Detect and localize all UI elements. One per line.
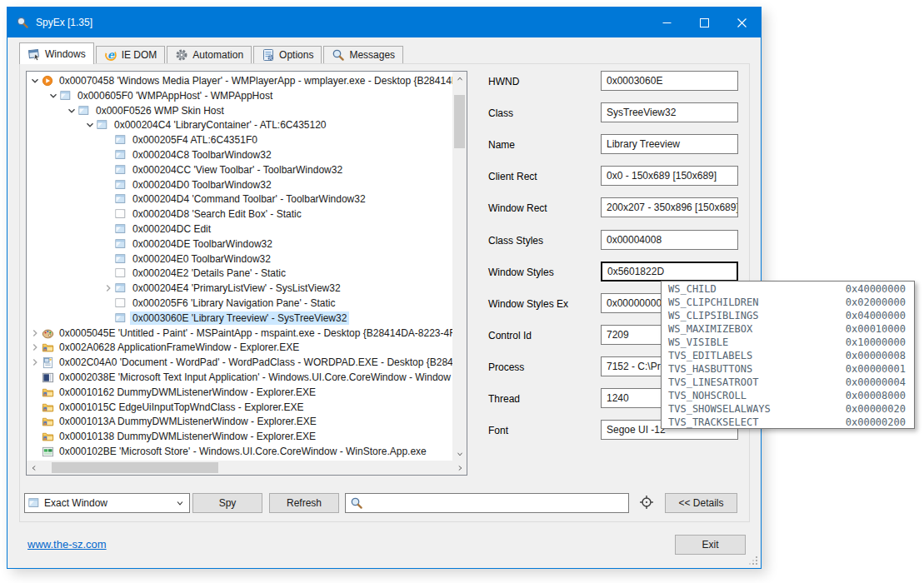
tree-item[interactable]: 0x000204E2 'Details Pane' - Static bbox=[102, 266, 288, 281]
tree-item-label: 0x000205F6 'Library Navigation Pane' - S… bbox=[130, 296, 337, 310]
tab-ie-dom[interactable]: eIE DOM bbox=[96, 46, 166, 64]
tab-automation[interactable]: Automation bbox=[167, 46, 252, 64]
tree-item[interactable]: 0x002A0628 ApplicationFrameWindow - Expl… bbox=[28, 340, 302, 355]
folder-icon bbox=[42, 431, 57, 443]
window-finder-tool[interactable] bbox=[638, 495, 655, 511]
expander-closed-icon[interactable] bbox=[28, 341, 42, 353]
tree-item-label: 0x0001015C EdgeUiInputTopWndClass - Expl… bbox=[57, 401, 307, 414]
tab-label: Automation bbox=[192, 49, 243, 61]
window-tree[interactable]: 0x00070458 'Windows Media Player' - WMPl… bbox=[26, 71, 467, 476]
tab-options[interactable]: Options bbox=[253, 46, 322, 64]
tree-vertical-scrollbar[interactable] bbox=[452, 72, 467, 461]
hscroll-thumb[interactable] bbox=[52, 462, 218, 473]
style-flag-value: 0x00000200 bbox=[846, 416, 906, 429]
class-styles-field[interactable]: 0x00004008 bbox=[601, 230, 738, 250]
window-icon bbox=[60, 90, 75, 102]
tree-item[interactable]: 0x000204CC 'View Toolbar' - ToolbarWindo… bbox=[102, 162, 345, 177]
resize-grip-icon[interactable] bbox=[748, 556, 758, 566]
expander-open-icon[interactable] bbox=[28, 75, 42, 87]
tree-item[interactable]: 0x000205F6 'Library Navigation Pane' - S… bbox=[102, 296, 337, 311]
window-icon bbox=[115, 282, 130, 294]
style-flag-name: TVS_NOHSCROLL bbox=[668, 389, 846, 402]
tree-item[interactable]: 0x0002038E 'Microsoft Text Input Applica… bbox=[28, 370, 452, 385]
scroll-down-icon[interactable] bbox=[452, 446, 467, 461]
crosshair-icon bbox=[639, 495, 654, 512]
tree-item-label: 0x000204D8 'Search Edit Box' - Static bbox=[130, 207, 304, 221]
tree-item-label: 0x0003060E 'Library Treeview' - SysTreeV… bbox=[130, 311, 349, 325]
spy-button[interactable]: Spy bbox=[192, 493, 262, 513]
tree-item[interactable]: 0x000205F4 ATL:6C4351F0 bbox=[102, 132, 260, 147]
expander-open-icon[interactable] bbox=[65, 105, 78, 117]
title-bar[interactable]: SpyEx [1.35] bbox=[7, 7, 761, 37]
tree-item-label: 0x000605F0 'WMPAppHost' - WMPAppHost bbox=[75, 89, 275, 102]
tree-horizontal-scrollbar[interactable] bbox=[27, 461, 467, 475]
tree-item[interactable]: 0x000204D8 'Search Edit Box' - Static bbox=[102, 207, 304, 222]
scroll-left-icon[interactable] bbox=[27, 461, 41, 475]
caption-buttons bbox=[648, 7, 761, 37]
search-icon bbox=[350, 496, 363, 510]
tab-windows[interactable]: Windows bbox=[19, 42, 94, 64]
tree-item[interactable]: 0x0001015C EdgeUiInputTopWndClass - Expl… bbox=[28, 400, 307, 415]
style-flag-name: TVS_TRACKSELECT bbox=[668, 416, 846, 429]
tree-item[interactable]: 0x000204E0 ToolbarWindow32 bbox=[102, 252, 273, 267]
tree-item[interactable]: 0x000605F0 'WMPAppHost' - WMPAppHost bbox=[47, 88, 275, 103]
tree-item[interactable]: 0x00010162 DummyDWMListenerWindow - Expl… bbox=[28, 385, 318, 400]
tree-item[interactable]: 0x0003060E 'Library Treeview' - SysTreeV… bbox=[102, 311, 349, 326]
tree-item[interactable]: 0x000204C8 ToolbarWindow32 bbox=[102, 147, 274, 162]
tree-item[interactable]: 0x000204D0 ToolbarWindow32 bbox=[102, 177, 274, 192]
window-styles-field[interactable]: 0x5601822D bbox=[601, 262, 738, 282]
tree-item[interactable]: 0x0001013A DummyDWMListenerWindow - Expl… bbox=[28, 414, 319, 429]
style-flag-value: 0x10000000 bbox=[846, 336, 906, 349]
minimize-button[interactable] bbox=[648, 7, 686, 37]
expander-closed-icon[interactable] bbox=[28, 327, 42, 339]
app-magnifier-icon bbox=[16, 16, 29, 29]
search-input[interactable] bbox=[367, 495, 628, 511]
tab-label: Options bbox=[279, 49, 313, 61]
style-flag-name: WS_CLIPSIBLINGS bbox=[668, 309, 846, 322]
vscroll-thumb[interactable] bbox=[454, 95, 465, 148]
expander-open-icon[interactable] bbox=[47, 90, 60, 102]
tab-messages[interactable]: Messages bbox=[323, 46, 403, 64]
tree-item[interactable]: 0x002C04A0 'Document - WordPad' - WordPa… bbox=[28, 355, 452, 370]
tree-item[interactable]: 0x000204DE ToolbarWindow32 bbox=[102, 237, 275, 252]
tree-item[interactable]: 0x000102BE 'Microsoft Store' - Windows.U… bbox=[28, 444, 429, 459]
window-icon bbox=[115, 134, 130, 146]
search-box[interactable] bbox=[345, 493, 629, 513]
style-flag-value: 0x40000000 bbox=[846, 282, 906, 296]
details-button[interactable]: << Details bbox=[665, 493, 737, 513]
tree-item[interactable]: 0x000204D4 'Command Toolbar' - ToolbarWi… bbox=[102, 192, 368, 207]
tree-item[interactable]: 0x000204E4 'PrimaryListView' - SysListVi… bbox=[102, 281, 343, 296]
window-type-combo[interactable]: Exact Window bbox=[24, 493, 190, 513]
expander-open-icon[interactable] bbox=[83, 119, 97, 131]
style-flag-value: 0x02000000 bbox=[846, 296, 906, 309]
tree-item-label: 0x00010138 DummyDWMListenerWindow - Expl… bbox=[57, 430, 318, 443]
style-flag-name: WS_MAXIMIZEBOX bbox=[668, 322, 846, 336]
field-label-thread: Thread bbox=[488, 388, 520, 410]
tree-item[interactable]: 0x000204C4 'LibraryContainer' - ATL:6C43… bbox=[83, 117, 329, 132]
tree-item[interactable]: 0x000204DC Edit bbox=[102, 222, 213, 237]
details-button-label: << Details bbox=[678, 497, 723, 509]
maximize-button[interactable] bbox=[686, 7, 723, 37]
class-field[interactable]: SysTreeView32 bbox=[601, 102, 738, 122]
field-label-process: Process bbox=[488, 356, 524, 378]
name-field[interactable]: Library Treeview bbox=[601, 134, 738, 154]
hwnd-field[interactable]: 0x0003060E bbox=[601, 71, 738, 91]
close-button[interactable] bbox=[723, 7, 761, 37]
website-link[interactable]: www.the-sz.com bbox=[27, 538, 107, 551]
field-label-class-styles: Class Styles bbox=[488, 230, 543, 252]
scroll-up-icon[interactable] bbox=[452, 72, 467, 86]
tree-item[interactable]: 0x00070458 'Windows Media Player' - WMPl… bbox=[28, 73, 452, 88]
combo-value: Exact Window bbox=[44, 497, 107, 509]
client-rect-field[interactable]: 0x0 - 150x689 [150x689] bbox=[601, 166, 738, 186]
tree-item[interactable]: 0x000F0526 WMP Skin Host bbox=[65, 103, 227, 118]
expander-closed-icon[interactable] bbox=[28, 356, 42, 368]
refresh-button[interactable]: Refresh bbox=[269, 493, 339, 513]
exit-button[interactable]: Exit bbox=[675, 535, 746, 555]
tree-item[interactable]: 0x00010138 DummyDWMListenerWindow - Expl… bbox=[28, 429, 318, 444]
tree-item[interactable]: 0x0005045E 'Untitled - Paint' - MSPaintA… bbox=[28, 326, 452, 341]
window-rect-field[interactable]: 200x207 - 350x896 [150x689] bbox=[601, 197, 738, 217]
style-flag-value: 0x00000008 bbox=[846, 349, 906, 362]
expander-closed-icon[interactable] bbox=[102, 282, 115, 294]
field-label-window-rect: Window Rect bbox=[488, 197, 547, 219]
scroll-right-icon[interactable] bbox=[452, 461, 467, 475]
